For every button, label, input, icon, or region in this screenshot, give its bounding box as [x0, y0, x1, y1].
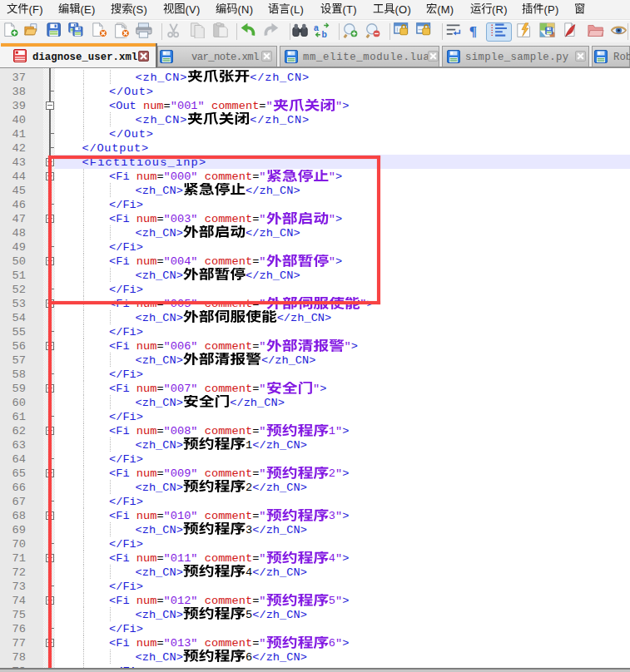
svg-text:¶: ¶	[469, 23, 477, 38]
svg-text:a: a	[314, 23, 319, 32]
svg-text:b: b	[322, 30, 327, 38]
